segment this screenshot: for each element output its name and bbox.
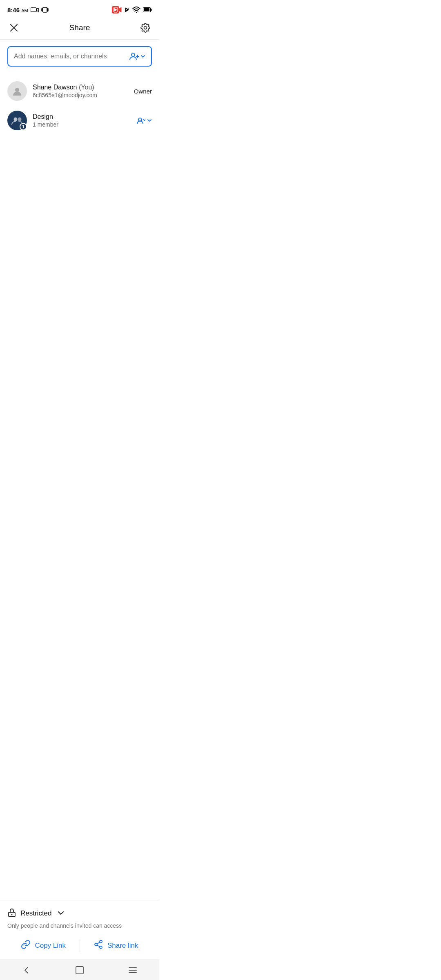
svg-rect-0: [31, 8, 36, 12]
search-container: [0, 40, 159, 73]
record-icon: [112, 6, 122, 13]
group-name: Design: [33, 113, 131, 120]
person-role: Owner: [134, 88, 152, 95]
vibration-icon: [41, 7, 49, 13]
svg-point-15: [14, 118, 18, 121]
search-input-wrapper[interactable]: [7, 46, 152, 67]
status-right: [112, 6, 152, 13]
page-title: Share: [20, 23, 139, 32]
status-bar: 8:46 AM: [0, 0, 159, 18]
status-left: 8:46 AM: [7, 7, 49, 13]
settings-button[interactable]: [139, 21, 152, 34]
header: Share: [0, 18, 159, 40]
svg-point-14: [15, 88, 19, 92]
svg-point-9: [136, 12, 137, 13]
role-dropdown[interactable]: [136, 116, 152, 125]
svg-rect-1: [43, 7, 47, 12]
status-time: 8:46 AM: [7, 7, 28, 13]
camera-icon: [31, 7, 39, 13]
svg-point-13: [131, 53, 135, 56]
list-item: Shane Dawson (You) 6c8565e1@moodjoy.com …: [0, 76, 159, 106]
wifi-icon: [132, 7, 140, 13]
list-item: 1 Design 1 member: [0, 106, 159, 135]
svg-rect-12: [151, 9, 152, 11]
people-list: Shane Dawson (You) 6c8565e1@moodjoy.com …: [0, 73, 159, 138]
svg-point-16: [18, 118, 22, 121]
add-people-icon: [129, 52, 145, 61]
person-name: Shane Dawson (You): [33, 84, 128, 91]
bluetooth-icon: [124, 6, 130, 13]
close-button[interactable]: [7, 21, 20, 34]
group-avatar: 1: [7, 111, 27, 130]
search-input[interactable]: [14, 53, 126, 60]
battery-icon: [143, 7, 152, 13]
person-email: 6c8565e1@moodjoy.com: [33, 92, 128, 98]
person-info: Shane Dawson (You) 6c8565e1@moodjoy.com: [33, 84, 128, 98]
person-info: Design 1 member: [33, 113, 131, 128]
svg-rect-11: [144, 8, 149, 11]
avatar: [7, 81, 27, 101]
group-badge: 1: [20, 123, 27, 130]
member-count: 1 member: [33, 121, 131, 128]
